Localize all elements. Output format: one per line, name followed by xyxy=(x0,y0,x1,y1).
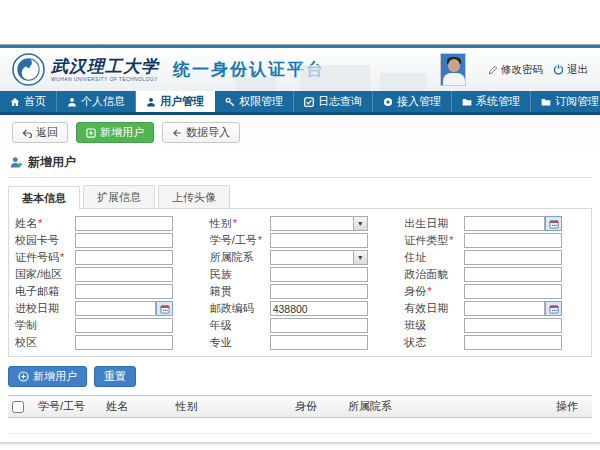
back-button[interactable]: 返回 xyxy=(12,122,68,143)
user-avatar[interactable] xyxy=(440,53,466,86)
nav-item-6[interactable]: 系统管理 xyxy=(452,91,531,112)
nav-item-4[interactable]: 日志查询 xyxy=(294,91,373,112)
field-text-input[interactable] xyxy=(464,267,562,282)
form-field-2-2: 住址 xyxy=(404,249,585,266)
field-text-input[interactable] xyxy=(75,216,173,231)
back-label: 返回 xyxy=(36,125,58,140)
nav-item-3[interactable]: 权限管理 xyxy=(215,91,294,112)
nav-item-label: 首页 xyxy=(24,94,46,109)
field-label: 邮政编码 xyxy=(210,301,270,316)
empty-cell xyxy=(552,418,592,434)
field-text-input[interactable] xyxy=(464,284,562,299)
field-text-input[interactable] xyxy=(270,318,368,333)
nav-item-0[interactable]: 首页 xyxy=(0,91,57,112)
field-date-input[interactable] xyxy=(75,301,156,316)
form-field-7-0: 校区 xyxy=(15,334,196,351)
form-field-5-1: 邮政编码 xyxy=(210,300,391,317)
change-password-link[interactable]: 修改密码 xyxy=(488,63,543,77)
tab-0[interactable]: 基本信息 xyxy=(8,186,80,209)
form-field-3-2: 政治面貌 xyxy=(404,266,585,283)
field-text-input[interactable] xyxy=(75,318,173,333)
field-text-input[interactable] xyxy=(75,284,173,299)
form-field-4-0: 电子邮箱 xyxy=(15,283,196,300)
field-label: 性别* xyxy=(210,216,270,231)
form-field-4-1: 籍贯 xyxy=(210,283,391,300)
empty-cell xyxy=(102,418,172,434)
data-import-button[interactable]: 数据导入 xyxy=(162,122,240,143)
field-text-input[interactable] xyxy=(75,250,173,265)
empty-cell xyxy=(8,418,34,434)
import-arrow-icon xyxy=(172,128,182,138)
nav-item-7[interactable]: 订阅管理 xyxy=(531,91,600,112)
add-user-toolbar-button[interactable]: 新增用户 xyxy=(76,122,154,143)
form-field-6-1: 年级 xyxy=(210,317,391,334)
field-select[interactable]: ▼ xyxy=(270,250,368,265)
main-nav: 首页个人信息用户管理权限管理日志查询接入管理系统管理订阅管理 xyxy=(0,91,600,115)
header: 武汉理工大学 WUHAN UNIVERSITY OF TECHNOLOGY 统一… xyxy=(0,48,600,91)
submit-add-user-button[interactable]: 新增用户 xyxy=(8,366,87,387)
field-label: 校园卡号 xyxy=(15,233,75,248)
data-import-label: 数据导入 xyxy=(186,125,230,140)
empty-cell xyxy=(291,418,344,434)
chevron-down-icon: ▼ xyxy=(353,251,367,264)
required-asterisk: * xyxy=(258,234,262,246)
form-field-0-0: 姓名* xyxy=(15,215,196,232)
field-label: 校区 xyxy=(15,335,75,350)
field-text-input[interactable] xyxy=(75,267,173,282)
field-text-input[interactable] xyxy=(75,335,173,350)
field-date-input[interactable] xyxy=(464,216,545,231)
field-text-input[interactable] xyxy=(270,267,368,282)
nav-item-5[interactable]: 接入管理 xyxy=(373,91,452,112)
back-arrow-icon xyxy=(22,128,32,138)
nav-item-label: 订阅管理 xyxy=(555,94,599,109)
field-text-input[interactable] xyxy=(75,233,173,248)
calendar-icon[interactable] xyxy=(156,301,173,316)
field-text-input[interactable] xyxy=(270,233,368,248)
field-label: 姓名* xyxy=(15,216,75,231)
section-title-row: 新增用户 xyxy=(8,149,592,178)
nav-item-1[interactable]: 个人信息 xyxy=(57,91,136,112)
required-asterisk: * xyxy=(233,217,237,229)
table-header-1: 姓名 xyxy=(102,396,172,418)
field-text-input[interactable] xyxy=(464,250,562,265)
skyline-decoration xyxy=(236,77,276,91)
field-text-input[interactable] xyxy=(270,301,368,316)
university-name-en: WUHAN UNIVERSITY OF TECHNOLOGY xyxy=(51,77,159,82)
reset-button[interactable]: 重置 xyxy=(94,366,136,387)
form-field-3-1: 民族 xyxy=(210,266,391,283)
add-user-icon xyxy=(86,128,96,138)
tab-2[interactable]: 上传头像 xyxy=(158,185,230,208)
nav-item-label: 个人信息 xyxy=(81,94,125,109)
form-buttons-row: 新增用户 重置 xyxy=(8,366,592,387)
field-label: 证件号码* xyxy=(15,250,75,265)
logout-label: 退出 xyxy=(567,63,588,77)
field-date-input[interactable] xyxy=(464,301,545,316)
form-field-1-0: 校园卡号 xyxy=(15,232,196,249)
calendar-icon[interactable] xyxy=(545,301,562,316)
university-name-block: 武汉理工大学 WUHAN UNIVERSITY OF TECHNOLOGY xyxy=(51,58,159,82)
form-field-6-2: 班级 xyxy=(404,317,585,334)
form-field-7-2: 状态 xyxy=(404,334,585,351)
field-text-input[interactable] xyxy=(464,318,562,333)
field-text-input[interactable] xyxy=(464,233,562,248)
logout-link[interactable]: 退出 xyxy=(553,63,588,77)
table-header-0: 学号/工号 xyxy=(34,396,102,418)
form-field-0-2: 出生日期 xyxy=(404,215,585,232)
toolbar: 返回 新增用户 数据导入 xyxy=(0,115,600,149)
select-all-cell xyxy=(8,396,34,418)
select-all-checkbox[interactable] xyxy=(12,401,24,413)
field-text-input[interactable] xyxy=(270,335,368,350)
nav-item-2[interactable]: 用户管理 xyxy=(136,91,215,112)
plus-circle-icon xyxy=(18,371,29,382)
field-text-input[interactable] xyxy=(464,335,562,350)
checklist-icon xyxy=(304,97,314,107)
form-tabs: 基本信息扩展信息上传头像 xyxy=(8,185,592,208)
field-label: 身份* xyxy=(404,284,464,299)
tab-1[interactable]: 扩展信息 xyxy=(83,185,155,208)
field-select[interactable]: ▼ xyxy=(270,216,368,231)
field-text-input[interactable] xyxy=(270,284,368,299)
calendar-icon[interactable] xyxy=(545,216,562,231)
skyline-decoration xyxy=(380,73,426,91)
field-label: 班级 xyxy=(404,318,464,333)
field-label: 状态 xyxy=(404,335,464,350)
